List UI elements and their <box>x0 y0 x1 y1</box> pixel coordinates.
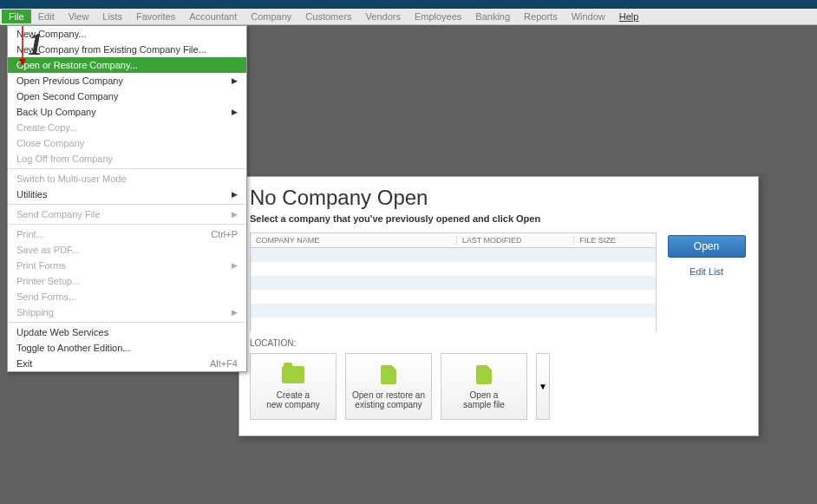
menu-send-forms: Send Forms... <box>8 289 246 304</box>
col-company-name[interactable]: COMPANY NAME <box>251 236 456 245</box>
dialog-title: No Company Open <box>250 186 748 210</box>
menu-reports[interactable]: Reports <box>517 10 565 23</box>
chevron-down-icon: ▼ <box>539 382 547 391</box>
chevron-right-icon: ▶ <box>232 308 238 317</box>
menu-send-company: Send Company File▶ <box>8 206 246 222</box>
menu-create-copy: Create Copy... <box>8 120 246 135</box>
file-dropdown-menu: New Company... New Company from Existing… <box>7 25 247 372</box>
chevron-right-icon: ▶ <box>232 76 238 85</box>
table-row[interactable] <box>251 304 656 317</box>
title-bar <box>0 0 817 9</box>
folder-icon <box>282 366 304 383</box>
menu-lists[interactable]: Lists <box>95 10 129 23</box>
card-label: existing company <box>355 400 422 409</box>
menu-customers[interactable]: Customers <box>298 10 358 23</box>
menu-switch-multiuser: Switch to Multi-user Mode <box>8 171 246 187</box>
table-row[interactable] <box>251 290 656 304</box>
card-label: Open a <box>470 390 499 400</box>
dialog-subtitle: Select a company that you've previously … <box>250 213 748 224</box>
menu-update-web[interactable]: Update Web Services <box>8 324 246 340</box>
menu-bar: File Edit View Lists Favorites Accountan… <box>0 9 817 25</box>
no-company-open-dialog: No Company Open Select a company that yo… <box>239 176 759 436</box>
table-row[interactable] <box>251 317 656 331</box>
chevron-right-icon: ▶ <box>232 108 238 116</box>
company-table: COMPANY NAME LAST MODIFIED FILE SIZE <box>250 232 657 331</box>
table-row[interactable] <box>251 248 656 262</box>
menu-file[interactable]: File <box>2 10 31 23</box>
menu-separator <box>8 168 246 169</box>
chevron-right-icon: ▶ <box>232 190 238 199</box>
menu-utilities[interactable]: Utilities▶ <box>8 187 246 202</box>
menu-toggle-edition[interactable]: Toggle to Another Edition... <box>8 340 246 356</box>
table-row[interactable] <box>251 276 656 290</box>
menu-separator <box>8 204 246 205</box>
menu-window[interactable]: Window <box>565 10 612 23</box>
document-icon <box>476 365 492 384</box>
card-label: new company <box>266 400 320 409</box>
card-label: sample file <box>463 400 505 409</box>
menu-edit[interactable]: Edit <box>31 10 62 23</box>
card-label: Open or restore an <box>352 390 425 400</box>
menu-save-pdf: Save as PDF... <box>8 242 246 258</box>
table-header: COMPANY NAME LAST MODIFIED FILE SIZE <box>250 232 657 248</box>
menu-new-company[interactable]: New Company... <box>8 26 246 42</box>
menu-view[interactable]: View <box>62 10 96 23</box>
menu-separator <box>8 322 246 323</box>
menu-new-from-existing[interactable]: New Company from Existing Company File..… <box>8 42 246 57</box>
open-restore-existing-card[interactable]: Open or restore anexisting company <box>345 353 432 420</box>
open-sample-file-card[interactable]: Open asample file <box>441 353 527 420</box>
menu-close-company: Close Company <box>8 135 246 151</box>
menu-print: Print...Ctrl+P <box>8 226 246 242</box>
table-body[interactable] <box>250 248 657 331</box>
chevron-right-icon: ▶ <box>232 261 238 270</box>
col-last-modified[interactable]: LAST MODIFIED <box>456 236 574 245</box>
menu-accountant[interactable]: Accountant <box>182 10 244 23</box>
menu-favorites[interactable]: Favorites <box>129 10 182 23</box>
menu-help[interactable]: Help <box>612 10 646 23</box>
menu-employees[interactable]: Employees <box>408 10 468 23</box>
table-row[interactable] <box>251 262 656 276</box>
card-label: Create a <box>277 390 310 400</box>
menu-banking[interactable]: Banking <box>468 10 517 23</box>
edit-list-link[interactable]: Edit List <box>690 266 723 277</box>
sample-dropdown-toggle[interactable]: ▼ <box>536 353 550 420</box>
document-icon <box>381 365 396 384</box>
menu-backup[interactable]: Back Up Company▶ <box>8 104 246 120</box>
open-button[interactable]: Open <box>668 235 746 258</box>
menu-open-previous[interactable]: Open Previous Company▶ <box>8 73 246 88</box>
menu-print-forms: Print Forms▶ <box>8 258 246 273</box>
menu-shipping: Shipping▶ <box>8 304 246 320</box>
menu-exit[interactable]: ExitAlt+F4 <box>8 356 246 371</box>
create-new-company-card[interactable]: Create anew company <box>250 353 337 420</box>
menu-logoff: Log Off from Company <box>8 151 246 167</box>
menu-open-restore-company[interactable]: Open or Restore Company... <box>8 57 246 73</box>
menu-open-second[interactable]: Open Second Company <box>8 88 246 104</box>
col-file-size[interactable]: FILE SIZE <box>573 236 656 245</box>
menu-company[interactable]: Company <box>244 10 298 23</box>
chevron-right-icon: ▶ <box>232 210 238 219</box>
menu-separator <box>8 224 246 225</box>
location-label: LOCATION: <box>250 338 748 348</box>
menu-printer-setup: Printer Setup... <box>8 273 246 289</box>
menu-vendors[interactable]: Vendors <box>359 10 408 23</box>
